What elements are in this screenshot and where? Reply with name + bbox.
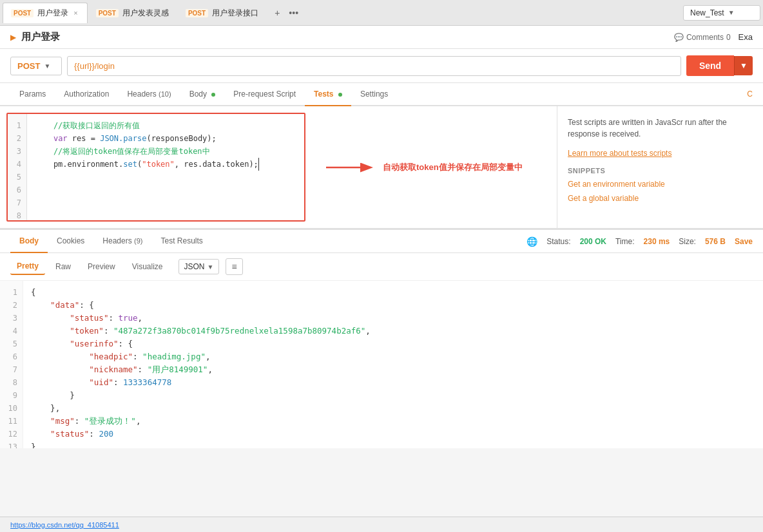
json-line-7: "nickname": "用户8149901", bbox=[31, 363, 755, 376]
method-chevron-icon: ▼ bbox=[44, 62, 50, 70]
new-tab-button[interactable]: + bbox=[272, 6, 282, 19]
format-tab-raw[interactable]: Raw bbox=[49, 259, 77, 274]
code-editor[interactable]: 1 2 3 4 5 6 7 8 9 //获取接口返回的所有值 var res =… bbox=[6, 113, 305, 222]
tab-login-api[interactable]: POST 用户登录接口 bbox=[177, 3, 267, 23]
format-type-dropdown[interactable]: JSON ▼ bbox=[179, 259, 220, 274]
env-selector: New_Test ▼ bbox=[683, 5, 760, 21]
json-lnum: 10 bbox=[5, 402, 17, 415]
comments-icon: 💬 bbox=[674, 33, 684, 42]
env-select-value: New_Test bbox=[690, 8, 724, 17]
json-line-5: "userinfo": { bbox=[31, 337, 755, 350]
json-line-11: "msg": "登录成功！", bbox=[31, 415, 755, 428]
code-line-5: //将返回的token值保存在局部变量token中 bbox=[35, 145, 296, 158]
json-line-numbers: 1 2 3 4 5 6 7 8 9 10 11 12 13 bbox=[0, 281, 23, 448]
resp-tab-body[interactable]: Body bbox=[10, 230, 48, 253]
tab-user-login[interactable]: POST 用户登录 × bbox=[3, 3, 88, 23]
json-lnum: 7 bbox=[5, 363, 17, 376]
size-value: 576 B bbox=[705, 237, 726, 246]
request-name-bar: ▶ 用户登录 💬 Comments 0 Exa bbox=[0, 26, 763, 49]
line-num: 4 bbox=[13, 158, 21, 171]
resp-tab-headers-label: Headers bbox=[102, 236, 131, 245]
tab-tests[interactable]: Tests bbox=[305, 83, 351, 106]
code-line-2: //获取接口返回的所有值 bbox=[35, 119, 296, 132]
tab3-label: 用户登录接口 bbox=[212, 8, 258, 19]
tab-authorization[interactable]: Authorization bbox=[55, 83, 118, 106]
expand-arrow-icon[interactable]: ▶ bbox=[10, 33, 16, 42]
response-body: 1 2 3 4 5 6 7 8 9 10 11 12 13 { "data": … bbox=[0, 281, 763, 448]
snippet-item-2[interactable]: Get a global variable bbox=[568, 194, 753, 203]
tab-body[interactable]: Body bbox=[180, 83, 225, 106]
send-button-group: Send ▼ bbox=[686, 55, 753, 76]
word-wrap-button[interactable]: ≡ bbox=[226, 258, 242, 275]
send-button[interactable]: Send bbox=[686, 55, 734, 76]
tab-post-inspiration[interactable]: POST 用户发表灵感 bbox=[88, 3, 177, 23]
tab-prerequest-label: Pre-request Script bbox=[233, 90, 296, 99]
line-num: 6 bbox=[13, 184, 21, 196]
snippets-desc: Test scripts are written in JavaScr run … bbox=[568, 118, 727, 138]
tab1-label: 用户登录 bbox=[37, 8, 68, 19]
resp-tab-cookies[interactable]: Cookies bbox=[48, 230, 93, 253]
wrap-icon: ≡ bbox=[231, 261, 237, 272]
editor-area: 1 2 3 4 5 6 7 8 9 //获取接口返回的所有值 var res =… bbox=[0, 106, 763, 229]
url-input[interactable] bbox=[67, 56, 681, 76]
snippet-item-1[interactable]: Get an environment variable bbox=[568, 180, 753, 189]
code-content[interactable]: //获取接口返回的所有值 var res = JSON.parse(respon… bbox=[27, 114, 304, 220]
tab-headers-label: Headers bbox=[127, 90, 156, 99]
method-select-dropdown[interactable]: POST ▼ bbox=[10, 57, 62, 75]
json-lnum: 11 bbox=[5, 415, 17, 428]
line-num: 7 bbox=[13, 196, 21, 209]
request-name: 用户登录 bbox=[21, 31, 60, 43]
code-line-3: var res = JSON.parse(responseBody); bbox=[35, 132, 296, 145]
line-num: 3 bbox=[13, 145, 21, 158]
tab2-label: 用户发表灵感 bbox=[122, 8, 169, 19]
json-lnum: 8 bbox=[5, 376, 17, 389]
annotation-area: 自动获取token值并保存在局部变量中 bbox=[312, 106, 557, 228]
format-type-chevron-icon: ▼ bbox=[208, 263, 214, 271]
tab-headers[interactable]: Headers (10) bbox=[118, 83, 180, 106]
tab-settings[interactable]: Settings bbox=[351, 83, 397, 106]
line-numbers: 1 2 3 4 5 6 7 8 9 bbox=[8, 114, 27, 220]
status-label: Status: bbox=[546, 237, 570, 246]
resp-tab-headers[interactable]: Headers (9) bbox=[93, 230, 151, 253]
annotation-text: 自动获取token值并保存在局部变量中 bbox=[383, 162, 523, 173]
tab-authorization-label: Authorization bbox=[64, 90, 109, 99]
json-line-1: { bbox=[31, 286, 755, 299]
resp-tab-test-results[interactable]: Test Results bbox=[152, 230, 212, 253]
comments-button[interactable]: 💬 Comments 0 bbox=[674, 33, 731, 42]
line-num: 8 bbox=[13, 209, 21, 222]
line-num: 1 bbox=[13, 119, 21, 132]
json-line-8: "uid": 1333364778 bbox=[31, 376, 755, 389]
line-num: 2 bbox=[13, 132, 21, 145]
size-label: Size: bbox=[679, 237, 696, 246]
json-lnum: 13 bbox=[5, 441, 17, 448]
json-line-6: "headpic": "headimg.jpg", bbox=[31, 350, 755, 363]
tab-params[interactable]: Params bbox=[10, 83, 55, 106]
more-tabs-button[interactable]: ••• bbox=[286, 6, 301, 19]
response-tabs-bar: Body Cookies Headers (9) Test Results 🌐 … bbox=[0, 229, 763, 253]
format-tab-preview[interactable]: Preview bbox=[81, 259, 122, 274]
tab-bar: POST 用户登录 × POST 用户发表灵感 POST 用户登录接口 + ••… bbox=[0, 0, 763, 26]
format-tab-pretty[interactable]: Pretty bbox=[10, 258, 45, 275]
json-line-4: "token": "487a272f3a870bc014f9b75rednelx… bbox=[31, 325, 755, 337]
response-format-bar: Pretty Raw Preview Visualize JSON ▼ ≡ bbox=[0, 253, 763, 281]
examples-label: Exa bbox=[739, 32, 753, 42]
globe-icon[interactable]: 🌐 bbox=[526, 236, 537, 247]
comments-count: 0 bbox=[726, 33, 731, 42]
learn-more-link[interactable]: Learn more about tests scripts bbox=[568, 149, 671, 158]
comments-label: Comments bbox=[686, 33, 724, 42]
tab1-close-button[interactable]: × bbox=[72, 9, 79, 17]
resp-tab-headers-badge: (9) bbox=[134, 237, 142, 245]
json-line-2: "data": { bbox=[31, 299, 755, 312]
bottom-link[interactable]: https://blog.csdn.net/qq_41085411 bbox=[10, 521, 119, 529]
env-select-dropdown[interactable]: New_Test ▼ bbox=[683, 5, 760, 21]
json-lnum: 2 bbox=[5, 299, 17, 312]
save-response-button[interactable]: Save bbox=[735, 237, 753, 246]
bottom-bar: https://blog.csdn.net/qq_41085411 bbox=[0, 517, 763, 532]
time-value: 230 ms bbox=[644, 237, 670, 246]
json-lnum: 1 bbox=[5, 286, 17, 299]
send-dropdown-button[interactable]: ▼ bbox=[734, 56, 753, 75]
url-bar: POST ▼ Send ▼ bbox=[0, 49, 763, 83]
tab-pre-request-script[interactable]: Pre-request Script bbox=[224, 83, 305, 106]
json-line-3: "status": true, bbox=[31, 312, 755, 325]
format-tab-visualize[interactable]: Visualize bbox=[126, 259, 169, 274]
